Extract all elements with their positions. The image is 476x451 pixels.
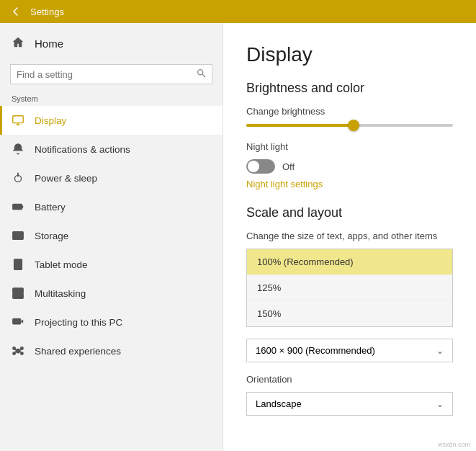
battery-label: Battery: [35, 202, 66, 213]
sidebar-item-home[interactable]: Home: [0, 29, 223, 58]
svg-line-27: [20, 352, 22, 352]
shared-icon: [12, 344, 24, 357]
scale-option-150[interactable]: 150%: [247, 301, 452, 326]
brightness-slider[interactable]: [246, 124, 453, 127]
search-box: [10, 64, 212, 84]
battery-icon: [12, 200, 24, 213]
orientation-chevron-icon: ⌄: [436, 399, 444, 409]
notification-icon: [12, 143, 24, 156]
main-layout: Home System Display: [0, 23, 476, 451]
svg-rect-15: [18, 288, 23, 293]
sidebar-item-storage[interactable]: Storage: [0, 221, 223, 250]
svg-line-1: [202, 74, 205, 77]
monitor-icon: [12, 114, 24, 127]
svg-point-19: [16, 349, 19, 352]
svg-rect-18: [13, 319, 21, 324]
sidebar-item-projecting[interactable]: Projecting to this PC: [0, 308, 223, 336]
svg-line-25: [20, 349, 22, 350]
orientation-value: Landscape: [256, 398, 302, 409]
scale-option-125[interactable]: 125%: [247, 275, 452, 301]
scale-layout-heading: Scale and layout: [246, 205, 453, 220]
multitasking-icon: [12, 287, 24, 300]
night-light-toggle[interactable]: [246, 159, 275, 174]
resolution-select-row: 1600 × 900 (Recommended) ⌄: [246, 339, 453, 362]
tablet-icon: [12, 258, 24, 271]
sidebar-item-notifications[interactable]: Notifications & actions: [0, 135, 223, 164]
svg-rect-14: [13, 288, 18, 293]
night-light-label: Night light: [246, 141, 453, 152]
scale-option-100[interactable]: 100% (Recommended): [247, 249, 452, 275]
home-label: Home: [35, 37, 63, 50]
resolution-value: 1600 × 900 (Recommended): [256, 345, 375, 356]
slider-fill: [246, 124, 354, 127]
brightness-section-heading: Brightness and color: [246, 81, 453, 96]
watermark: wsxdn.com: [438, 441, 470, 448]
svg-line-24: [14, 349, 17, 350]
power-icon: [12, 171, 24, 184]
sidebar-item-shared[interactable]: Shared experiences: [0, 336, 223, 365]
svg-point-11: [21, 236, 22, 238]
back-button[interactable]: [9, 4, 23, 19]
orientation-label: Orientation: [246, 374, 453, 385]
sidebar-item-tablet[interactable]: Tablet mode: [0, 250, 223, 279]
resolution-chevron-icon: ⌄: [436, 346, 444, 356]
night-light-settings-link[interactable]: Night light settings: [246, 179, 323, 189]
shared-label: Shared experiences: [35, 346, 121, 357]
section-label: System: [0, 91, 223, 106]
slider-thumb[interactable]: [348, 120, 359, 131]
content-area: Display Brightness and color Change brig…: [223, 23, 476, 451]
svg-rect-7: [13, 204, 22, 209]
power-label: Power & sleep: [35, 173, 97, 184]
sidebar-item-multitasking[interactable]: Multitasking: [0, 279, 223, 308]
orientation-select-row: Landscape ⌄: [246, 392, 453, 416]
window-title: Settings: [30, 6, 64, 17]
svg-rect-17: [18, 293, 23, 298]
tablet-label: Tablet mode: [35, 259, 88, 270]
scale-options-list: 100% (Recommended) 125% 150%: [246, 249, 453, 327]
page-title: Display: [246, 43, 453, 66]
sidebar: Home System Display: [0, 23, 223, 451]
svg-rect-2: [13, 116, 23, 123]
sidebar-item-battery[interactable]: Battery: [0, 192, 223, 221]
storage-label: Storage: [35, 231, 68, 241]
resolution-dropdown[interactable]: 1600 × 900 (Recommended) ⌄: [246, 339, 453, 362]
orientation-dropdown[interactable]: Landscape ⌄: [246, 392, 453, 416]
toggle-knob: [248, 161, 259, 172]
night-light-toggle-row: Off: [246, 159, 453, 174]
svg-rect-9: [13, 232, 23, 240]
toggle-off-label: Off: [282, 161, 295, 172]
sidebar-item-display[interactable]: Display: [0, 106, 223, 135]
svg-point-13: [17, 268, 18, 269]
projecting-icon: [12, 316, 24, 329]
title-bar: Settings: [0, 0, 476, 23]
search-icon: [197, 68, 206, 80]
svg-rect-16: [13, 293, 18, 298]
notifications-label: Notifications & actions: [35, 144, 130, 155]
size-label: Change the size of text, apps, and other…: [246, 231, 453, 241]
home-icon: [12, 36, 24, 51]
svg-line-26: [14, 352, 17, 352]
multitasking-label: Multitasking: [35, 288, 86, 299]
projecting-label: Projecting to this PC: [35, 317, 122, 328]
sidebar-item-power[interactable]: Power & sleep: [0, 164, 223, 192]
display-label: Display: [35, 115, 66, 126]
brightness-label: Change brightness: [246, 106, 453, 117]
search-input[interactable]: [17, 69, 192, 80]
storage-icon: [12, 229, 24, 242]
